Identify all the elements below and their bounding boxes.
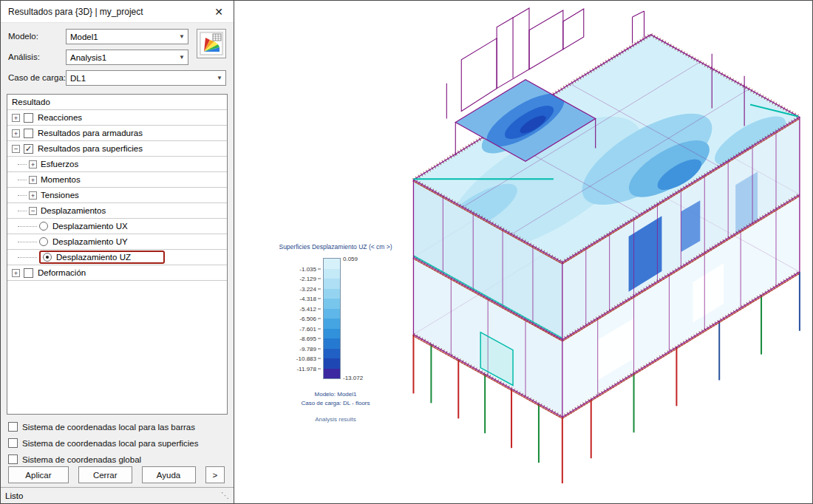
checkbox[interactable]: ✓ — [24, 144, 33, 154]
legend-min-value: -13.072 — [343, 375, 363, 381]
radio-button[interactable] — [39, 222, 48, 231]
legend-tick-value: -1.035 — [299, 265, 321, 272]
color-band — [324, 349, 340, 359]
color-band — [324, 329, 340, 339]
close-button[interactable]: Cerrar — [78, 466, 132, 483]
tree-item-desplazamientos[interactable]: −Desplazamientos — [7, 203, 227, 219]
viewport-3d[interactable]: Superficies Desplazamiento UZ (< cm >) -… — [234, 1, 813, 503]
tree-item-desplazamiento-ux[interactable]: Desplazamiento UX — [7, 219, 227, 234]
color-band — [324, 289, 340, 299]
legend-max-value: 0.059 — [343, 256, 358, 262]
tree-header: Resultado — [7, 95, 227, 110]
checkbox[interactable] — [8, 422, 18, 432]
legend-tick-value: -5.412 — [299, 305, 321, 312]
tree-item-label: Deformación — [38, 268, 86, 277]
legend-scale: -1.035-2.129-3.224-4.318-5.412-6.506-7.6… — [276, 254, 395, 386]
results-map-button[interactable] — [197, 29, 226, 58]
tree-item-label: Resultados para armaduras — [38, 129, 143, 137]
expand-icon[interactable]: + — [29, 160, 37, 168]
legend-tick-value: -4.318 — [299, 296, 321, 302]
legend-tick-value: -10.883 — [296, 355, 321, 362]
tree-item-reacciones[interactable]: +Reacciones — [7, 110, 227, 126]
analysis-label: Análisis: — [8, 52, 66, 62]
model-select[interactable]: Model1 ▼ — [66, 29, 188, 44]
resize-grip-icon[interactable]: ⋱ — [221, 491, 229, 500]
status-bar: Listo ⋱ — [1, 487, 234, 503]
more-button[interactable]: > — [205, 466, 225, 483]
tree-item-label: Desplazamiento UX — [52, 222, 128, 231]
legend-tick-values: -1.035-2.129-3.224-4.318-5.412-6.506-7.6… — [276, 259, 321, 378]
expand-icon[interactable]: + — [12, 114, 20, 122]
apply-button[interactable]: Aplicar — [8, 466, 69, 483]
checkbox[interactable] — [24, 268, 33, 278]
color-band — [324, 319, 340, 329]
legend-footer: Modelo: Model1 Caso de carga: DL - floor… — [251, 390, 421, 424]
results-tree: Resultado+Reacciones+Resultados para arm… — [7, 94, 228, 415]
selected-result-highlight: Desplazamiento UZ — [39, 251, 165, 264]
tree-item-label: Resultados para superficies — [38, 144, 143, 153]
load-case-label: Caso de carga: — [8, 73, 66, 83]
checkbox[interactable] — [8, 438, 18, 448]
checkbox[interactable] — [24, 129, 33, 138]
coord-option-sistema-de-coordenadas-local-para-las-barras[interactable]: Sistema de coordenadas local para las ba… — [8, 422, 226, 432]
expand-icon[interactable]: + — [29, 191, 37, 200]
collapse-icon[interactable]: − — [29, 207, 37, 215]
tree-item-deformaci-n[interactable]: +Deformación — [7, 265, 227, 281]
coord-option-sistema-de-coordenadas-global[interactable]: Sistema de coordenadas global — [8, 454, 226, 464]
results-dialog: Resultados para {3D} | my_project ✕ Mode… — [1, 1, 234, 503]
legend-tick-value: -2.129 — [299, 276, 321, 282]
legend-tick-value: -9.789 — [299, 345, 321, 352]
tree-item-tensiones[interactable]: +Tensiones — [7, 188, 227, 203]
checkbox-label: Sistema de coordenadas global — [22, 455, 141, 464]
legend-model-line: Modelo: Model1 — [251, 390, 421, 399]
analysis-select[interactable]: Analysis1 ▼ — [66, 50, 188, 65]
coord-option-sistema-de-coordenadas-local-para-superficies[interactable]: Sistema de coordenadas local para superf… — [8, 438, 226, 448]
tree-item-esfuerzos[interactable]: +Esfuerzos — [7, 157, 227, 172]
color-band — [324, 369, 340, 379]
tree-connector — [18, 180, 27, 180]
legend-analysis-line: Analysis results — [251, 415, 421, 424]
expand-icon[interactable]: + — [29, 176, 37, 184]
tree-item-label: Momentos — [41, 175, 81, 184]
results-legend: Superficies Desplazamiento UZ (< cm >) -… — [251, 243, 421, 424]
checkbox[interactable] — [8, 454, 18, 464]
coordinate-options: Sistema de coordenadas local para las ba… — [1, 415, 234, 464]
app-window: Resultados para {3D} | my_project ✕ Mode… — [0, 0, 813, 504]
load-case-select[interactable]: DL1 ▼ — [66, 70, 226, 86]
legend-tick-value: -7.601 — [299, 325, 321, 332]
tree-item-label: Reacciones — [38, 113, 82, 122]
dialog-titlebar[interactable]: Resultados para {3D} | my_project ✕ — [1, 1, 234, 23]
legend-case-line: Caso de carga: DL - floors — [251, 399, 421, 408]
tree-item-label: Esfuerzos — [41, 160, 78, 168]
model-label: Modelo: — [8, 32, 66, 41]
tree-item-resultados-para-superficies[interactable]: −✓Resultados para superficies — [7, 141, 227, 157]
color-band — [324, 269, 340, 279]
radio-button[interactable] — [39, 237, 48, 246]
color-map-icon — [200, 32, 223, 55]
color-band — [324, 338, 340, 349]
checkbox-label: Sistema de coordenadas local para superf… — [22, 439, 198, 448]
expand-icon[interactable]: + — [12, 269, 20, 277]
radio-button[interactable] — [43, 253, 52, 262]
color-band — [324, 259, 340, 269]
chevron-down-icon: ▼ — [176, 33, 188, 40]
tree-item-label: Tensiones — [41, 191, 79, 200]
dialog-title: Resultados para {3D} | my_project — [8, 7, 210, 17]
tree-item-label: Resultado — [12, 98, 50, 106]
legend-tick-value: -11.978 — [296, 365, 321, 372]
status-text: Listo — [5, 491, 23, 500]
tree-item-momentos[interactable]: +Momentos — [7, 172, 227, 188]
color-scale-bar — [324, 259, 340, 378]
tree-item-label: Desplazamientos — [41, 206, 106, 215]
tree-connector — [18, 242, 37, 242]
tree-item-desplazamiento-uz[interactable]: Desplazamiento UZ — [7, 250, 227, 265]
checkbox[interactable] — [24, 113, 33, 123]
tree-item-resultados-para-armaduras[interactable]: +Resultados para armaduras — [7, 126, 227, 141]
color-band — [324, 279, 340, 289]
tree-item-desplazamiento-uy[interactable]: Desplazamiento UY — [7, 234, 227, 250]
expand-icon[interactable]: + — [12, 129, 20, 137]
tree-connector — [18, 211, 27, 211]
collapse-icon[interactable]: − — [12, 145, 20, 153]
help-button[interactable]: Ayuda — [142, 466, 196, 483]
close-icon[interactable]: ✕ — [210, 6, 228, 18]
